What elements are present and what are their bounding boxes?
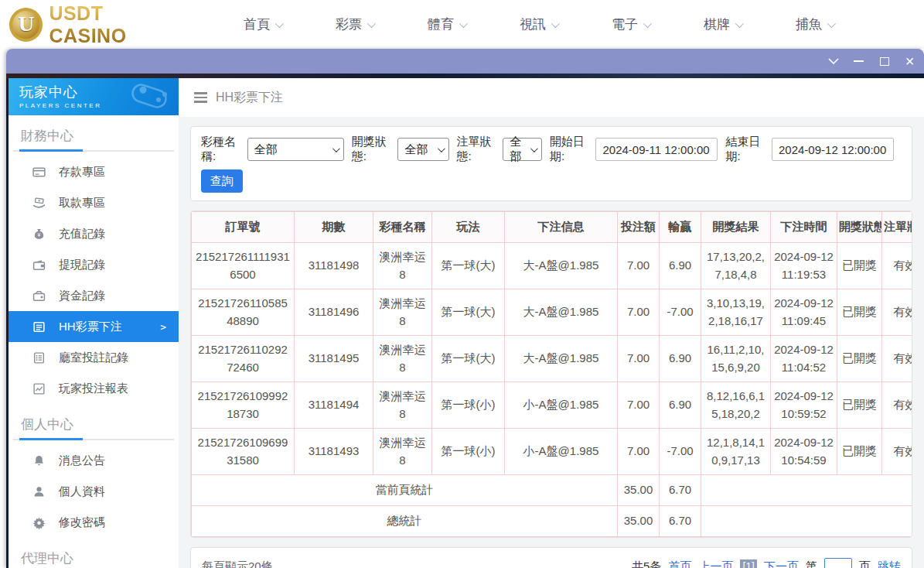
summary-row: 當前頁統計35.006.70 <box>192 475 913 506</box>
minimize-icon <box>854 60 864 62</box>
cell-order-status: 有效 <box>882 243 913 289</box>
start-date-input[interactable] <box>595 138 718 161</box>
cell-lottery-name: 澳洲幸运8 <box>373 336 432 382</box>
sidebar-section-1: 個人中心消息公告個人資料修改密碼 <box>9 404 179 538</box>
cell-bet-time: 2024-09-12 11:04:52 <box>771 336 837 382</box>
jump-label-post: 页 <box>859 559 871 568</box>
cell-draw-status: 已開獎 <box>837 243 882 289</box>
next-page-link[interactable]: 下一页 <box>764 559 799 568</box>
cell-draw-result: 17,13,20,2,7,18,4,8 <box>701 243 771 289</box>
sidebar-item-label: 消息公告 <box>59 453 105 468</box>
lottery-name-select[interactable]: 全部 <box>247 138 344 161</box>
nav-item-label: 體育 <box>428 15 454 33</box>
cell-lottery-name: 澳洲幸运8 <box>373 382 432 429</box>
col-header-play-type: 玩法 <box>432 212 505 243</box>
table-row: 215217261102927246031181495澳洲幸运8第一球(大)大-… <box>192 336 913 382</box>
summary-label: 總統計 <box>192 506 618 537</box>
sidebar-item-profile[interactable]: 個人資料 <box>9 476 179 507</box>
hamburger-icon[interactable] <box>194 92 207 103</box>
list-icon <box>32 320 46 334</box>
cell-period: 31181498 <box>295 243 373 289</box>
cell-order-no: 2152172610999218730 <box>192 382 295 429</box>
jump-button[interactable]: 跳转 <box>878 559 901 568</box>
sidebar-section-0: 財務中心存款專區取款專區¥充值記錄提現記錄資金記錄HH彩票下注>廳室投註記錄玩家… <box>9 115 179 404</box>
cell-lottery-name: 澳洲幸运8 <box>373 429 432 475</box>
summary-bet-amount: 35.00 <box>618 475 660 506</box>
lottery-name-value: 全部 <box>254 142 278 157</box>
sidebar-item-label: HH彩票下注 <box>59 320 122 334</box>
sidebar-item-room-bet-records[interactable]: 廳室投註記錄 <box>9 342 179 373</box>
current-page-badge: [1] <box>740 559 757 568</box>
chevron-down-icon <box>827 19 836 27</box>
window-maximize-button[interactable] <box>871 49 897 74</box>
chevron-down-icon <box>735 19 744 27</box>
cell-order-status: 有效 <box>882 429 913 475</box>
sidebar-header: 玩家中心 PLAYERS CENTER <box>9 78 179 115</box>
summary-label: 當前頁統計 <box>192 475 618 506</box>
sidebar-item-label: 玩家投注報表 <box>59 382 128 396</box>
nav-item-cards[interactable]: 棋牌 <box>677 15 769 33</box>
sidebar-item-funds-records[interactable]: 資金記錄 <box>9 280 179 311</box>
brand-logo[interactable]: U USDT CASINO <box>9 2 184 47</box>
draw-status-select[interactable]: 全部 <box>397 138 448 161</box>
sidebar-item-change-password[interactable]: 修改密碼 <box>9 507 179 538</box>
cell-bet-amount: 7.00 <box>618 382 660 429</box>
nav-item-lottery[interactable]: 彩票 <box>309 15 401 33</box>
cell-play-type: 第一球(小) <box>432 429 505 475</box>
window-titlebar: × <box>6 49 924 74</box>
nav-item-fishing[interactable]: 捕魚 <box>769 15 861 33</box>
page: U USDT CASINO 首頁彩票體育視訊電子棋牌捕魚 × 玩家中心 PLAY… <box>0 0 924 49</box>
summary-win-loss: 6.70 <box>660 475 701 506</box>
cell-bet-time: 2024-09-12 10:54:59 <box>771 429 837 475</box>
window-chevron-down-icon[interactable] <box>820 49 846 74</box>
col-header-order-no: 訂單號 <box>192 212 295 243</box>
sidebar-item-label: 廳室投註記錄 <box>59 351 128 365</box>
logo-letter: U <box>18 13 34 36</box>
table-row: 215217261099921873031181494澳洲幸运8第一球(小)小-… <box>192 382 913 429</box>
order-status-select[interactable]: 全部 <box>503 138 542 161</box>
cell-order-no: 2152172610969931580 <box>192 429 295 475</box>
bets-table: 訂單號期數彩種名稱玩法下注信息投注額輸贏開獎結果下注時間開獎狀態注單狀態 215… <box>191 211 912 537</box>
sidebar-section-2: 代理中心 <box>9 538 179 568</box>
nav-item-home[interactable]: 首頁 <box>217 15 309 33</box>
site-header: U USDT CASINO 首頁彩票體育視訊電子棋牌捕魚 <box>0 0 924 49</box>
search-button[interactable]: 查詢 <box>201 169 243 193</box>
cell-order-no: 2152172611058548890 <box>192 289 295 336</box>
chevron-down-icon <box>332 145 340 152</box>
cell-draw-result: 8,12,16,6,15,18,20,2 <box>701 382 771 429</box>
sidebar-item-withdraw[interactable]: 取款專區 <box>9 187 179 218</box>
cell-bet-amount: 7.00 <box>618 243 660 289</box>
sidebar-item-hh-lottery-bets[interactable]: HH彩票下注> <box>9 311 179 342</box>
first-page-link[interactable]: 首页 <box>668 559 691 568</box>
jump-page-input[interactable] <box>824 558 852 568</box>
cell-bet-info: 大-A盤@1.985 <box>505 289 618 336</box>
sidebar-item-announcements[interactable]: 消息公告 <box>9 445 179 476</box>
prev-page-link[interactable]: 上一页 <box>698 559 733 568</box>
col-header-bet-amount: 投注額 <box>618 212 660 243</box>
cell-period: 31181496 <box>295 289 373 336</box>
sidebar-item-recharge-records[interactable]: ¥充值記錄 <box>9 218 179 249</box>
table-row: 215217261111931650031181498澳洲幸运8第一球(大)大-… <box>192 243 913 289</box>
sidebar: 玩家中心 PLAYERS CENTER 財務中心存款專區取款專區¥充值記錄提現記… <box>9 78 179 568</box>
jump-label-pre: 第 <box>806 559 817 568</box>
cell-bet-info: 大-A盤@1.985 <box>505 336 618 382</box>
table-row: 215217261105854889031181496澳洲幸运8第一球(大)大-… <box>192 289 913 336</box>
nav-item-live[interactable]: 視訊 <box>493 15 585 33</box>
window-minimize-button[interactable] <box>846 49 871 74</box>
chevron-down-icon <box>438 145 445 152</box>
sidebar-item-withdrawal-records[interactable]: 提現記錄 <box>9 249 179 280</box>
window-close-button[interactable]: × <box>897 49 922 74</box>
end-date-input[interactable] <box>772 138 894 161</box>
cell-bet-time: 2024-09-12 10:59:52 <box>771 382 837 429</box>
sidebar-item-deposit[interactable]: 存款專區 <box>9 156 179 187</box>
lottery-name-label: 彩種名稱: <box>201 135 244 164</box>
cell-play-type: 第一球(大) <box>432 336 505 382</box>
main-content: HH彩票下注 彩種名稱: 全部 開獎狀態: 全部 <box>179 78 924 568</box>
nav-item-slots[interactable]: 電子 <box>585 15 677 33</box>
section-underline <box>13 150 174 152</box>
cell-period: 31181493 <box>295 429 373 475</box>
close-icon: × <box>905 53 915 69</box>
sidebar-section-title: 財務中心 <box>9 115 179 150</box>
nav-item-sports[interactable]: 體育 <box>401 15 493 33</box>
sidebar-item-player-bet-report[interactable]: 玩家投注報表 <box>9 373 179 404</box>
